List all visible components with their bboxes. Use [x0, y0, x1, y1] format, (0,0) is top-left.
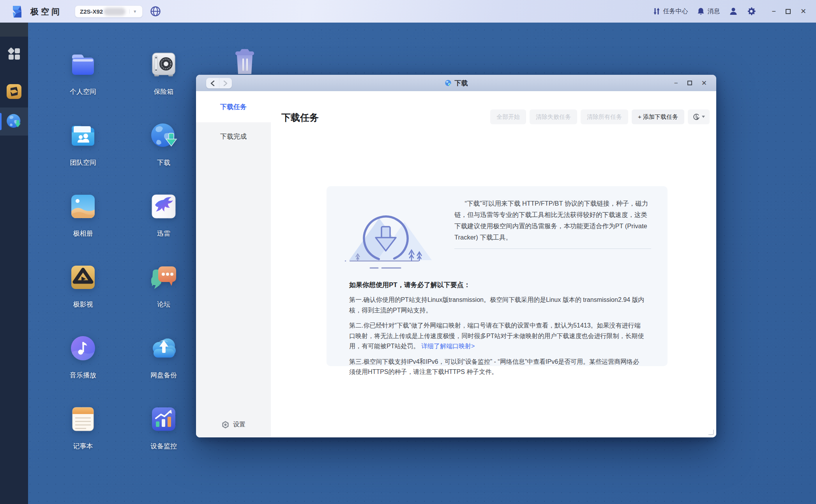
port-mapping-link[interactable]: 详细了解端口映射> [421, 343, 475, 349]
app-safe-box[interactable]: 保险箱 [132, 50, 195, 96]
dock-zspace-app[interactable] [0, 83, 28, 100]
pt-point-2: 第二.你已经针对“下载”做了外网端口映射，端口号请在下载的设置中查看，默认为51… [349, 321, 645, 352]
download-window: 下载 − ✕ 下载任务 下载完成 设置 下载任务 全部开始 清除失败任务 清除所… [196, 75, 716, 437]
app-label: 设备监控 [150, 442, 177, 451]
dock-rail [0, 23, 28, 504]
download-globe-icon [5, 112, 23, 130]
app-download[interactable]: 下载 [132, 121, 195, 167]
app-team-space[interactable]: 团队空间 [52, 121, 114, 167]
sort-by-time-icon [692, 113, 700, 121]
window-titlebar[interactable]: 下载 − ✕ [196, 75, 716, 91]
zspace-logo-icon [10, 5, 24, 19]
download-globe-icon [149, 121, 178, 150]
app-label: 网盘备份 [150, 371, 177, 380]
pt-heading: 如果你想使用PT，请务必了解以下要点： [349, 280, 645, 289]
device-selector[interactable]: Z2S-X92 ▼ [75, 5, 143, 18]
pt-point-1: 第一.确认你使用的PT站支持Linux版transmission。极空间下载采用… [349, 295, 645, 315]
app-label: 音乐播放 [70, 371, 96, 380]
app-music-player[interactable]: 音乐播放 [52, 333, 114, 380]
pt-point-3: 第三.极空间下载支持IPv4和IPv6，可以到“设备监控” - “网络信息”中查… [349, 357, 645, 377]
task-center-button[interactable]: 任务中心 [653, 7, 688, 16]
clear-all-tasks-button[interactable]: 清除所有任务 [581, 109, 628, 124]
add-download-task-button[interactable]: + 添加下载任务 [632, 109, 684, 124]
zspace-gold-app-icon [6, 83, 22, 100]
pt-intro-text: “下载”可以用来下载 HTTP/FTP/BT 协议的下载链接，种子，磁力链，但与… [454, 198, 651, 243]
system-close-button[interactable]: ✕ [799, 8, 807, 15]
app-notes[interactable]: 记事本 [52, 404, 114, 451]
top-system-bar: 极空间 Z2S-X92 ▼ 任务中心 消息 [0, 0, 816, 23]
app-label: 极影视 [73, 300, 93, 309]
toolbar: 全部开始 清除失败任务 清除所有任务 + 添加下载任务 [490, 109, 710, 124]
window-title: 下载 [196, 75, 716, 91]
clear-failed-tasks-button[interactable]: 清除失败任务 [530, 109, 577, 124]
team-space-folder-icon [68, 121, 98, 150]
system-minimize-button[interactable]: − [770, 8, 777, 15]
photo-album-icon [68, 192, 98, 221]
app-label: 团队空间 [70, 158, 96, 167]
window-maximize-button[interactable] [687, 81, 692, 85]
window-sidebar: 下载任务 下载完成 设置 [196, 91, 271, 437]
pt-info-panel: “下载”可以用来下载 HTTP/FTP/BT 协议的下载链接，种子，磁力链，但与… [327, 186, 668, 366]
app-personal-space[interactable]: 个人空间 [52, 50, 114, 96]
window-minimize-button[interactable]: − [674, 80, 678, 86]
app-grid-icon [7, 47, 21, 61]
music-player-icon [68, 333, 98, 363]
bell-icon [697, 7, 705, 15]
thunder-bird-icon [149, 192, 178, 221]
download-illustration [342, 198, 443, 271]
chevron-down-icon: ▼ [129, 9, 137, 14]
dock-rail-top-segment [0, 23, 28, 37]
app-cloud-backup[interactable]: 网盘备份 [132, 333, 195, 380]
page-title: 下载任务 [281, 111, 319, 124]
user-account-icon[interactable] [729, 7, 738, 16]
forum-chat-icon [149, 263, 178, 292]
app-label: 保险箱 [154, 87, 174, 96]
messages-label: 消息 [707, 7, 720, 16]
device-name: Z2S-X92 [80, 8, 103, 15]
movies-icon [68, 263, 98, 292]
app-label: 迅雷 [157, 229, 170, 238]
notes-icon [68, 404, 98, 434]
app-label: 下载 [157, 158, 170, 167]
safe-box-icon [149, 50, 178, 79]
window-resize-handle[interactable] [708, 430, 714, 435]
app-label: 极相册 [73, 229, 93, 238]
window-close-button[interactable]: ✕ [701, 80, 707, 86]
tab-download-finished[interactable]: 下载完成 [196, 125, 271, 147]
messages-button[interactable]: 消息 [697, 7, 720, 16]
app-photo-album[interactable]: 极相册 [52, 192, 114, 238]
settings-button[interactable]: 设置 [196, 421, 271, 429]
app-label: 个人空间 [70, 87, 96, 96]
recycle-bin-icon[interactable] [232, 48, 257, 75]
start-all-button[interactable]: 全部开始 [490, 109, 526, 124]
divider [454, 248, 651, 249]
app-forum[interactable]: 论坛 [132, 263, 195, 309]
cloud-backup-icon [149, 333, 178, 363]
window-main: 下载任务 全部开始 清除失败任务 清除所有任务 + 添加下载任务 [271, 91, 716, 437]
task-center-label: 任务中心 [663, 7, 688, 16]
personal-space-folder-icon [68, 50, 98, 79]
settings-label: 设置 [233, 421, 246, 429]
tab-download-tasks[interactable]: 下载任务 [196, 91, 271, 122]
dock-download-app[interactable] [0, 112, 28, 130]
task-center-icon [653, 7, 660, 15]
app-movies[interactable]: 极影视 [52, 263, 114, 309]
app-label: 记事本 [73, 442, 93, 451]
dock-app-launcher[interactable] [0, 47, 28, 61]
app-label: 论坛 [157, 300, 170, 309]
system-maximize-button[interactable] [786, 9, 791, 14]
chevron-down-icon [702, 116, 705, 118]
device-name-redacted [104, 8, 125, 16]
network-globe-icon[interactable] [150, 5, 161, 17]
settings-gear-icon[interactable] [747, 7, 756, 16]
window-title-icon [445, 79, 452, 86]
app-thunder[interactable]: 迅雷 [132, 192, 195, 238]
brand-name: 极空间 [30, 6, 62, 17]
sort-order-button[interactable] [688, 109, 710, 124]
gear-icon [221, 421, 230, 429]
app-device-monitor[interactable]: 设备监控 [132, 404, 195, 451]
device-monitor-icon [149, 404, 178, 434]
